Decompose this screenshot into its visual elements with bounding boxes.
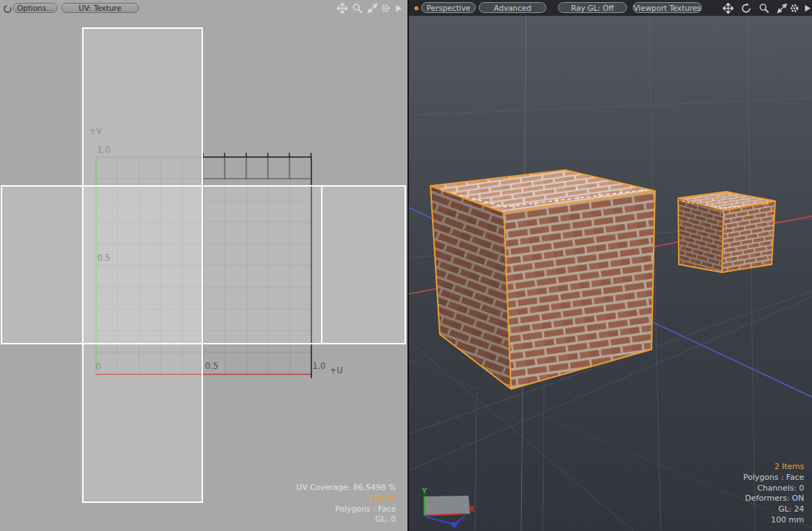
uv-axis-v-label: +V (89, 126, 102, 136)
move-tool-icon[interactable] (723, 3, 734, 14)
zoom-tool-icon[interactable] (352, 3, 363, 14)
small-brick-cube[interactable] (678, 192, 775, 272)
move-tool-icon[interactable] (337, 3, 348, 14)
zoom-tool-icon[interactable] (759, 3, 770, 14)
vp-channels: Channels: 0 (743, 483, 804, 494)
vp-item-count: 2 Items (743, 462, 804, 473)
viewport-status-readout: 2 Items Polygons : Face Channels: 0 Defo… (743, 462, 804, 526)
shading-mode-button[interactable]: Advanced (479, 2, 546, 13)
rotate-tool-icon[interactable] (741, 3, 752, 14)
expand-panel-icon[interactable] (394, 3, 405, 14)
uv-status-readout: UV Coverage: 86.5498 % 2 Items Polygons … (297, 483, 396, 525)
small-cube-right-face[interactable] (722, 201, 775, 272)
settings-gear-icon[interactable] (380, 3, 391, 14)
viewport-textures-button[interactable]: Viewport Textures (633, 2, 702, 13)
uv-udim-label: 1001 (105, 353, 126, 363)
maximize-icon[interactable] (367, 3, 378, 14)
application-window: +V 1.0 0.5 1001 0 0.5 1.0 +U Options... … (0, 0, 812, 531)
vp-grid-size: 100 mm (743, 515, 804, 526)
settings-gear-icon[interactable] (789, 3, 800, 14)
options-button[interactable]: Options... (13, 3, 58, 13)
vp-deformers: Deformers: ON (743, 494, 804, 504)
viewport-toolbar: Perspective Advanced Ray GL: Off Viewpor… (409, 0, 812, 16)
uv-toolbar: Options... UV: Texture (0, 0, 407, 16)
uv-mode-button[interactable]: UV: Texture (61, 3, 139, 13)
uv-tick-v-1: 1.0 (97, 145, 110, 155)
uv-editor-viewport: +V 1.0 0.5 1001 0 0.5 1.0 +U Options... … (0, 0, 407, 531)
viewport-3d-canvas: Y X (409, 0, 812, 531)
gizmo-x-label: X (469, 505, 474, 513)
perspective-3d-viewport: Y X Perspective Advanced Ray GL: Off Vie… (409, 0, 812, 531)
expand-panel-icon[interactable] (803, 3, 812, 14)
uv-tick-u-1: 1.0 (312, 361, 325, 371)
small-cube-left-face[interactable] (678, 198, 723, 272)
uv-tick-origin: 0 (96, 362, 101, 372)
uv-tick-v-05: 0.5 (97, 253, 110, 263)
vp-gl-count: GL: 24 (743, 504, 804, 515)
gizmo-y-label: Y (421, 487, 428, 495)
uv-selection-mode: Polygons : Face (297, 504, 396, 515)
uv-tick-u-05: 0.5 (205, 361, 218, 371)
uv-axis-u-label: +U (330, 365, 343, 375)
uv-coverage-value: UV Coverage: 86.5498 % (297, 483, 396, 494)
ray-gl-button[interactable]: Ray GL: Off (558, 2, 627, 13)
workplane-indicator-quad (424, 496, 470, 515)
radial-menu-icon[interactable] (3, 4, 14, 15)
uv-editor-canvas: +V 1.0 0.5 1001 0 0.5 1.0 +U (0, 0, 407, 531)
maximize-icon[interactable] (777, 3, 788, 14)
vp-selection-mode: Polygons : Face (743, 473, 804, 483)
uv-item-count: 2 Items (297, 494, 396, 504)
uv-shell-fills[interactable] (1, 28, 405, 502)
uv-gl-count: GL: 0 (297, 514, 396, 525)
view-type-button[interactable]: Perspective (421, 2, 476, 13)
